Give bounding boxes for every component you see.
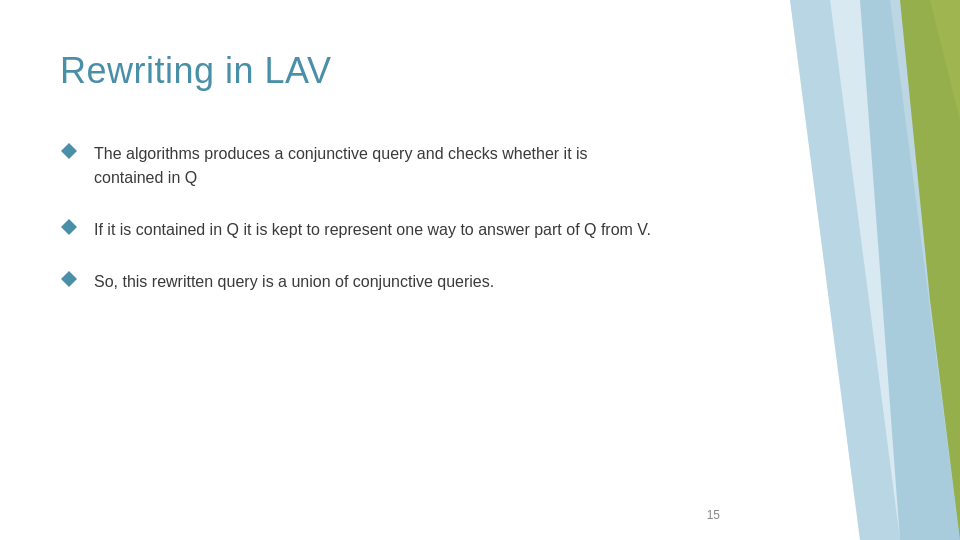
svg-marker-6	[61, 271, 77, 287]
bullet-icon	[60, 218, 78, 240]
bullet-item: The algorithms produces a conjunctive qu…	[60, 142, 660, 190]
bullet-text-2: If it is contained in Q it is kept to re…	[94, 218, 651, 242]
slide-content: Rewriting in LAV The algorithms produces…	[0, 0, 720, 540]
bullet-item: If it is contained in Q it is kept to re…	[60, 218, 660, 242]
bullet-text-3: So, this rewritten query is a union of c…	[94, 270, 494, 294]
svg-marker-5	[61, 219, 77, 235]
bullet-icon	[60, 270, 78, 292]
bullet-text-1: The algorithms produces a conjunctive qu…	[94, 142, 660, 190]
bullet-item: So, this rewritten query is a union of c…	[60, 270, 660, 294]
bullet-list: The algorithms produces a conjunctive qu…	[60, 142, 660, 294]
bullet-icon	[60, 142, 78, 164]
slide: Rewriting in LAV The algorithms produces…	[0, 0, 960, 540]
page-number: 15	[707, 508, 720, 522]
svg-marker-4	[61, 143, 77, 159]
slide-title: Rewriting in LAV	[60, 50, 660, 92]
decorative-background	[730, 0, 960, 540]
